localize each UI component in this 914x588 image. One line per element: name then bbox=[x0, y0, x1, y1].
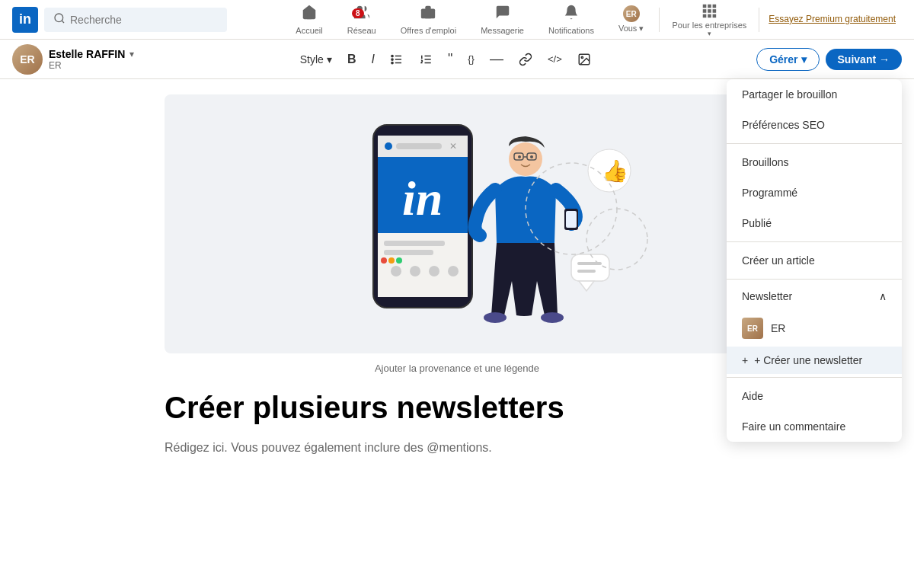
svg-rect-5 bbox=[713, 4, 717, 8]
svg-point-46 bbox=[541, 312, 564, 323]
link-button[interactable] bbox=[513, 50, 538, 69]
nav-accueil[interactable]: Accueil bbox=[283, 0, 334, 40]
linkedin-logo[interactable]: in bbox=[12, 7, 38, 33]
home-icon bbox=[301, 4, 318, 24]
svg-rect-11 bbox=[713, 14, 717, 18]
avatar: ER bbox=[12, 44, 43, 75]
search-bar[interactable] bbox=[44, 8, 227, 32]
dropdown-divider-1 bbox=[727, 143, 902, 144]
nav-messagerie[interactable]: Messagerie bbox=[468, 0, 536, 40]
bold-button[interactable]: B bbox=[341, 50, 363, 69]
nav-vous-label: Vous ▾ bbox=[618, 24, 644, 34]
article-body[interactable]: Rédigez ici. Vous pouvez également inclu… bbox=[165, 438, 749, 458]
nav-enterprise[interactable]: Pour les entreprises ▾ bbox=[663, 0, 756, 40]
svg-rect-28 bbox=[396, 143, 442, 149]
premium-link[interactable]: Essayez Premium gratuitement bbox=[762, 14, 902, 26]
nav-notifications-label: Notifications bbox=[548, 26, 594, 35]
quote-button[interactable]: " bbox=[442, 48, 459, 70]
newsletter-chevron-icon: ∧ bbox=[879, 290, 887, 302]
nav-vous[interactable]: ER Vous ▾ bbox=[606, 0, 657, 40]
next-button[interactable]: Suivant → bbox=[826, 49, 902, 70]
dropdown-divider-2 bbox=[727, 241, 902, 242]
jobs-icon bbox=[420, 4, 436, 24]
svg-rect-9 bbox=[703, 14, 707, 18]
reseau-badge: 8 bbox=[352, 8, 364, 18]
divider-button[interactable]: — bbox=[484, 48, 510, 70]
cover-image[interactable]: ✕ in bbox=[165, 94, 749, 353]
nav-reseau[interactable]: 8 Réseau bbox=[335, 0, 388, 40]
ordered-list-button[interactable] bbox=[413, 50, 439, 69]
nav-messagerie-label: Messagerie bbox=[481, 26, 524, 35]
svg-point-47 bbox=[518, 155, 521, 158]
italic-button[interactable]: I bbox=[365, 50, 380, 69]
nav-reseau-label: Réseau bbox=[347, 26, 376, 35]
image-button[interactable] bbox=[571, 50, 597, 69]
grid-icon bbox=[701, 2, 717, 21]
svg-point-36 bbox=[410, 266, 420, 276]
dropdown-publie[interactable]: Publié bbox=[727, 208, 902, 238]
newsletter-section-header[interactable]: Newsletter ∧ bbox=[727, 283, 902, 310]
enterprise-label: Pour les entreprises bbox=[672, 21, 746, 30]
dropdown-partager-brouillon[interactable]: Partager le brouillon bbox=[727, 79, 902, 110]
svg-point-37 bbox=[429, 266, 439, 276]
article-title[interactable]: Créer plusieurs newsletters bbox=[165, 389, 749, 426]
format-tools: Style ▾ B I " {} — </> bbox=[134, 48, 756, 70]
dropdown-programme[interactable]: Programmé bbox=[727, 177, 902, 208]
dropdown-divider-4 bbox=[727, 377, 902, 378]
network-icon: 8 bbox=[353, 4, 370, 24]
svg-point-38 bbox=[448, 266, 459, 276]
svg-text:in: in bbox=[402, 171, 443, 225]
svg-point-22 bbox=[581, 56, 583, 58]
svg-point-48 bbox=[530, 155, 533, 158]
manage-chevron-icon: ▾ bbox=[801, 53, 807, 66]
create-newsletter-item[interactable]: + + Créer une newsletter bbox=[727, 347, 902, 374]
search-input[interactable] bbox=[70, 14, 218, 26]
message-icon bbox=[494, 4, 511, 24]
navbar: in Accueil 8 Réseau bbox=[0, 0, 914, 40]
cover-caption[interactable]: Ajouter la provenance et une légende bbox=[165, 363, 749, 374]
svg-rect-44 bbox=[566, 211, 577, 228]
svg-rect-3 bbox=[703, 4, 707, 8]
svg-rect-8 bbox=[713, 9, 717, 13]
svg-point-27 bbox=[385, 142, 392, 150]
bell-icon bbox=[563, 4, 580, 24]
svg-rect-7 bbox=[708, 9, 712, 13]
svg-rect-54 bbox=[571, 254, 609, 281]
action-buttons: Gérer ▾ Suivant → bbox=[756, 48, 902, 71]
svg-point-39 bbox=[381, 257, 387, 264]
author-info: Estelle RAFFIN ▾ ER bbox=[49, 48, 134, 71]
svg-rect-33 bbox=[384, 241, 445, 246]
nav-offres[interactable]: Offres d'emploi bbox=[388, 0, 468, 40]
svg-text:👍: 👍 bbox=[602, 158, 628, 184]
svg-point-15 bbox=[391, 55, 393, 56]
nav-notifications[interactable]: Notifications bbox=[536, 0, 606, 40]
nav-items: Accueil 8 Réseau Offres d'emploi Mess bbox=[283, 0, 902, 40]
author-name: Estelle RAFFIN bbox=[49, 48, 125, 60]
svg-point-41 bbox=[396, 257, 402, 264]
toolbar: ER Estelle RAFFIN ▾ ER Style ▾ B I bbox=[0, 40, 914, 79]
svg-point-17 bbox=[391, 62, 393, 63]
dropdown-brouillons[interactable]: Brouillons bbox=[727, 147, 902, 177]
dropdown-commentaire[interactable]: Faire un commentaire bbox=[727, 411, 902, 442]
svg-point-16 bbox=[391, 58, 393, 59]
svg-point-35 bbox=[391, 266, 401, 276]
dropdown-preferences-seo[interactable]: Préférences SEO bbox=[727, 110, 902, 140]
code-button[interactable]: {} bbox=[462, 50, 481, 68]
manage-button[interactable]: Gérer ▾ bbox=[756, 48, 819, 71]
dropdown-menu: Partager le brouillon Préférences SEO Br… bbox=[727, 79, 902, 442]
svg-point-0 bbox=[55, 14, 63, 22]
embed-button[interactable]: </> bbox=[542, 50, 568, 68]
dropdown-creer-article[interactable]: Créer un article bbox=[727, 245, 902, 276]
author-sub: ER bbox=[49, 60, 134, 71]
bullet-list-button[interactable] bbox=[384, 50, 410, 69]
svg-rect-10 bbox=[708, 14, 712, 18]
dropdown-aide[interactable]: Aide bbox=[727, 381, 902, 411]
newsletter-item-er[interactable]: ER ER bbox=[727, 310, 902, 347]
profile-icon: ER bbox=[623, 5, 640, 22]
nav-offres-label: Offres d'emploi bbox=[401, 26, 456, 35]
style-dropdown[interactable]: Style ▾ bbox=[294, 50, 338, 69]
svg-rect-34 bbox=[384, 250, 433, 255]
svg-point-42 bbox=[509, 142, 542, 176]
nav-divider-2 bbox=[759, 8, 759, 32]
svg-rect-6 bbox=[703, 9, 707, 13]
